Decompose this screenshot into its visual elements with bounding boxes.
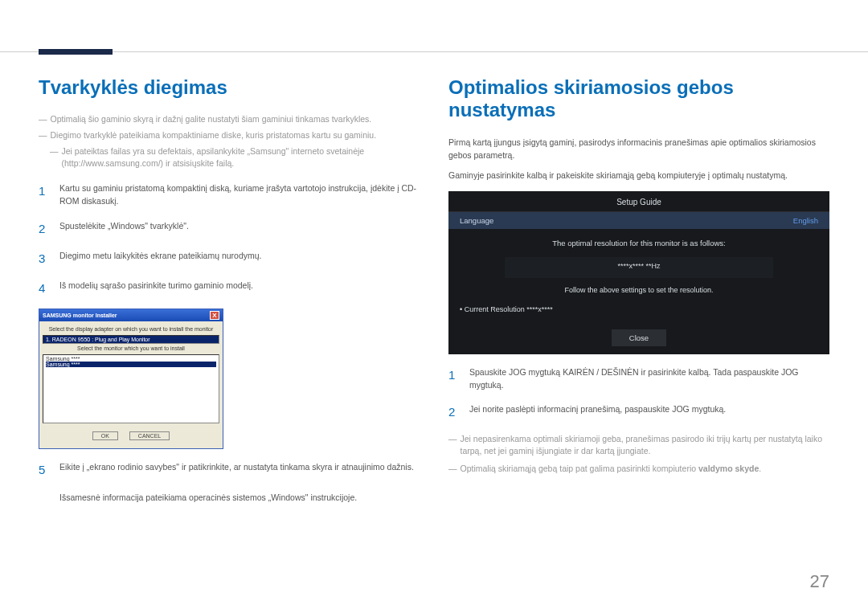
osd-lang-label: Language <box>460 216 493 225</box>
installer-figure: SAMSUNG monitor Installer X Select the d… <box>39 309 420 449</box>
right-column: Optimalios skiriamosios gebos nustatymas… <box>448 76 829 581</box>
note: ―Diegimo tvarkyklė pateikiama kompaktini… <box>39 129 420 142</box>
note: ―Jei pateiktas failas yra su defektais, … <box>39 145 420 171</box>
osd-title: Setup Guide <box>448 191 829 212</box>
monitor-listbox[interactable]: Samsung **** Samsung **** <box>43 354 219 423</box>
right-heading: Optimalios skiriamosios gebos nustatymas <box>448 76 829 121</box>
osd-follow: Follow the above settings to set the res… <box>448 283 829 302</box>
step: 2Jei norite paslėpti informacinį praneši… <box>448 403 829 421</box>
right-steps: 1Spauskite JOG mygtuką KAIRĖN / DEŠINĖN … <box>448 366 829 422</box>
page-number: 27 <box>810 571 829 592</box>
osd-language-row[interactable]: Language English <box>448 212 829 229</box>
note: ―Optimalią skiriamąją gebą taip pat gali… <box>448 463 829 476</box>
post-note: Išsamesnė informacija pateikiama operaci… <box>39 491 420 504</box>
adapter-dropdown[interactable]: 1. RADEON 9550 : Plug and Play Monitor <box>43 335 219 344</box>
intro-text: Pirmą kartą įjungus įsigytą gaminį, pasi… <box>448 136 829 162</box>
osd-resolution: ****x**** **Hz <box>505 257 773 278</box>
list-item[interactable]: Samsung **** <box>46 356 216 362</box>
osd-lang-value: English <box>793 216 818 225</box>
header-accent <box>39 49 113 55</box>
osd-current: • Current Resolution ****x**** <box>448 302 829 317</box>
installer-window: SAMSUNG monitor Installer X Select the d… <box>39 309 223 449</box>
left-heading: Tvarkyklės diegimas <box>39 76 420 99</box>
header-rule <box>0 51 868 52</box>
step: 1Kartu su gaminiu pristatomą kompaktinį … <box>39 182 420 208</box>
installer-label: Select the monitor which you want to ins… <box>43 344 219 354</box>
installer-label: Select the display adapter on which you … <box>43 325 219 335</box>
ok-button[interactable]: OK <box>92 431 118 440</box>
osd-panel: Setup Guide Language English The optimal… <box>448 191 829 354</box>
step: 5Eikite į „ekrano rodinio savybes" ir pa… <box>39 460 420 479</box>
installer-title: SAMSUNG monitor Installer <box>43 313 117 318</box>
intro-text: Gaminyje pasirinkite kalbą ir pakeiskite… <box>448 169 829 182</box>
close-button[interactable]: Close <box>612 329 666 346</box>
note: ―Jei nepasirenkama optimali skiriamoji g… <box>448 433 829 459</box>
step: 4Iš modelių sąrašo pasirinkite turimo ga… <box>39 279 420 297</box>
installer-titlebar: SAMSUNG monitor Installer X <box>39 309 223 321</box>
installer-body: Select the display adapter on which you … <box>39 321 223 448</box>
note: ―Optimalią šio gaminio skyrą ir dažnį ga… <box>39 113 420 126</box>
osd-close-row: Close <box>448 329 829 346</box>
page-content: Tvarkyklės diegimas ―Optimalią šio gamin… <box>39 76 829 581</box>
bottom-notes: ―Jei nepasirenkama optimali skiriamoji g… <box>448 433 829 476</box>
list-item[interactable]: Samsung **** <box>46 362 216 367</box>
left-steps: 1Kartu su gaminiu pristatomą kompaktinį … <box>39 182 420 297</box>
step: 1Spauskite JOG mygtuką KAIRĖN / DEŠINĖN … <box>448 366 829 392</box>
step: 3Diegimo metu laikykitės ekrane pateikia… <box>39 249 420 268</box>
close-icon[interactable]: X <box>210 311 219 320</box>
step: 2Spustelėkite „Windows" tvarkyklė". <box>39 219 420 238</box>
installer-buttons: OK CANCEL <box>43 428 219 445</box>
cancel-button[interactable]: CANCEL <box>129 431 170 440</box>
left-column: Tvarkyklės diegimas ―Optimalią šio gamin… <box>39 76 420 581</box>
osd-message: The optimal resolution for this monitor … <box>448 229 829 254</box>
